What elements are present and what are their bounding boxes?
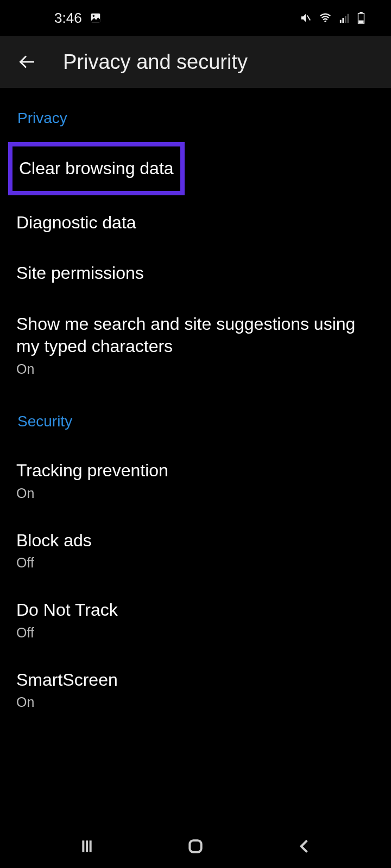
tracking-prevention-value: On	[16, 486, 375, 501]
recents-button[interactable]	[54, 833, 119, 860]
status-bar: 3:46	[0, 0, 391, 36]
back-button[interactable]	[16, 50, 39, 73]
system-nav-bar	[0, 825, 391, 868]
recents-icon	[78, 838, 96, 855]
smartscreen-label: SmartScreen	[16, 669, 375, 692]
smartscreen-value: On	[16, 694, 375, 710]
mute-icon	[299, 12, 313, 24]
svg-rect-5	[342, 18, 344, 23]
status-right	[299, 12, 365, 24]
diagnostic-label: Diagnostic data	[16, 212, 375, 234]
home-icon	[187, 838, 204, 855]
block-ads-value: Off	[16, 555, 375, 571]
site-permissions-label: Site permissions	[16, 262, 375, 285]
chevron-left-icon	[295, 838, 313, 855]
app-bar: Privacy and security	[0, 36, 391, 88]
diagnostic-data-row[interactable]: Diagnostic data	[16, 197, 375, 248]
home-button[interactable]	[163, 833, 228, 860]
clear-browsing-label: Clear browsing data	[19, 157, 174, 180]
site-permissions-row[interactable]: Site permissions	[16, 248, 375, 299]
back-nav-button[interactable]	[272, 833, 337, 860]
smartscreen-row[interactable]: SmartScreen On	[16, 655, 375, 725]
wifi-icon	[318, 12, 332, 24]
block-ads-row[interactable]: Block ads Off	[16, 515, 375, 585]
signal-icon	[338, 12, 352, 24]
svg-line-2	[307, 15, 311, 20]
page-title: Privacy and security	[63, 50, 248, 74]
svg-rect-10	[358, 21, 363, 23]
settings-content: Privacy Clear browsing data Diagnostic d…	[0, 88, 391, 724]
privacy-section-header: Privacy	[16, 104, 375, 142]
block-ads-label: Block ads	[16, 529, 375, 552]
svg-point-3	[324, 21, 326, 22]
status-time: 3:46	[54, 10, 82, 27]
media-icon	[89, 12, 103, 24]
search-suggestions-row[interactable]: Show me search and site suggestions usin…	[16, 299, 375, 391]
search-suggestions-value: On	[16, 361, 375, 377]
battery-icon	[357, 12, 365, 24]
svg-rect-6	[345, 16, 346, 23]
status-left: 3:46	[54, 10, 103, 27]
security-section-header: Security	[16, 407, 375, 445]
svg-rect-14	[190, 840, 201, 852]
search-suggestions-label: Show me search and site suggestions usin…	[16, 313, 375, 358]
tracking-prevention-label: Tracking prevention	[16, 459, 375, 482]
svg-rect-7	[348, 14, 349, 23]
highlight-annotation: Clear browsing data	[8, 142, 185, 195]
svg-rect-4	[340, 20, 342, 23]
clear-browsing-data-row[interactable]: Clear browsing data	[19, 157, 174, 180]
do-not-track-row[interactable]: Do Not Track Off	[16, 585, 375, 655]
svg-point-1	[92, 15, 94, 17]
do-not-track-value: Off	[16, 625, 375, 641]
tracking-prevention-row[interactable]: Tracking prevention On	[16, 445, 375, 515]
arrow-left-icon	[18, 52, 37, 72]
do-not-track-label: Do Not Track	[16, 599, 375, 622]
